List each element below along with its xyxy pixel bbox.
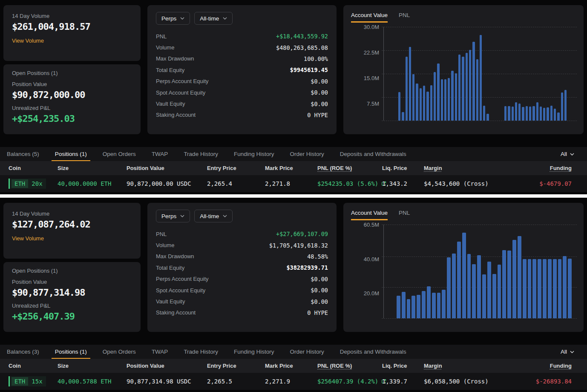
table-header: CoinSizePosition ValueEntry PriceMark Pr… [0, 359, 587, 373]
tab-trade-history[interactable]: Trade History [184, 345, 218, 359]
tab-funding-history[interactable]: Funding History [234, 147, 274, 161]
tab-funding-history[interactable]: Funding History [234, 345, 274, 359]
perps-dropdown[interactable]: Perps [156, 210, 190, 222]
grid-line [382, 121, 577, 121]
tab-twap[interactable]: TWAP [152, 147, 168, 161]
tab-positions-1[interactable]: Positions (1) [55, 345, 87, 359]
tab-balances-5[interactable]: Balances (5) [7, 147, 39, 161]
bar [444, 79, 446, 121]
pnl-value: $256407.39 (4.2%) [317, 378, 386, 385]
bar [416, 84, 418, 121]
pnl-cell: $254235.03 (5.6%) [317, 180, 382, 187]
tab-order-history[interactable]: Order History [290, 345, 324, 359]
stat-value: 100.00% [304, 55, 328, 62]
bar [553, 259, 557, 318]
chevron-down-icon [570, 153, 574, 156]
tab-order-history[interactable]: Order History [290, 147, 324, 161]
stat-label: Vault Equity [156, 101, 185, 107]
view-volume-link[interactable]: View Volume [12, 37, 44, 44]
header-margin[interactable]: Margin [424, 165, 522, 171]
stat-label: Perps Account Equity [156, 78, 209, 84]
all-filter-dropdown[interactable]: All [561, 345, 580, 359]
header-coin: Coin [9, 165, 58, 171]
stat-row: Max Drawdown100.00% [156, 53, 328, 64]
header-mark-price: Mark Price [265, 363, 317, 369]
plot-area [383, 225, 577, 318]
coin-badge: ETH20x [9, 179, 46, 189]
view-volume-link[interactable]: View Volume [12, 235, 44, 242]
y-axis-label: 60.5M [364, 222, 379, 228]
bar [420, 88, 422, 121]
header-pnl-roe[interactable]: PNL (ROE %) [317, 363, 382, 369]
bar [507, 251, 511, 318]
bar [508, 106, 510, 121]
funding-cell: $-26893.84 [536, 378, 572, 385]
chevron-down-icon [223, 17, 227, 20]
table-tabs-row: Balances (3)Positions (1)Open OrdersTWAP… [0, 345, 587, 359]
chart-tabs: Account ValuePNL [351, 12, 584, 23]
bar [554, 109, 556, 121]
section-divider [0, 194, 587, 198]
bar [548, 259, 552, 318]
bottom-account-panel: 14 Day Volume $127,087,264.02 View Volum… [0, 198, 587, 390]
timerange-dropdown[interactable]: All-time [194, 210, 233, 222]
stat-value: $0.00 [311, 101, 328, 107]
chart-tab-account-value[interactable]: Account Value [351, 12, 388, 23]
chart-tab-pnl[interactable]: PNL [399, 12, 410, 23]
stat-row: Max Drawdown48.58% [156, 251, 328, 262]
stat-value: $0.00 [311, 89, 328, 96]
stat-value: 48.58% [307, 253, 328, 260]
bars [384, 225, 577, 318]
header-funding[interactable]: Funding [550, 165, 572, 171]
all-filter-dropdown[interactable]: All [561, 147, 580, 161]
tab-trade-history[interactable]: Trade History [184, 147, 218, 161]
bar [558, 259, 562, 318]
table-section: Balances (3)Positions (1)Open OrdersTWAP… [0, 345, 587, 390]
tab-open-orders[interactable]: Open Orders [103, 147, 136, 161]
tab-positions-1[interactable]: Positions (1) [55, 147, 87, 161]
tab-deposits-and-withdrawals[interactable]: Deposits and Withdrawals [340, 147, 406, 161]
tab-twap[interactable]: TWAP [152, 345, 168, 359]
stat-label: Staking Account [156, 112, 196, 118]
bar [498, 265, 501, 318]
position-value-cell: 90,872,000.00 USDC [127, 180, 207, 187]
y-axis-label: 20.0M [364, 290, 379, 296]
stat-value: 0 HYPE [307, 112, 328, 118]
bar [561, 92, 563, 121]
header-funding[interactable]: Funding [550, 363, 572, 369]
tab-balances-3[interactable]: Balances (3) [7, 345, 39, 359]
open-positions-title: Open Positions (1) [12, 268, 132, 274]
bar [411, 296, 415, 318]
timerange-dropdown[interactable]: All-time [194, 12, 233, 25]
stats-card: Perps All-time PNL+$18,443,559.92Volume$… [147, 5, 337, 134]
stat-label: PNL [156, 231, 167, 237]
bar [402, 292, 406, 318]
bar [512, 240, 516, 318]
chart-tab-account-value[interactable]: Account Value [351, 210, 388, 220]
stat-row: Perps Account Equity$0.00 [156, 274, 328, 285]
stat-label: Total Equity [156, 265, 184, 271]
header-pnl-roe[interactable]: PNL (ROE %) [317, 165, 382, 171]
bar [457, 242, 461, 318]
all-filter-label: All [561, 349, 567, 355]
bar [487, 262, 491, 318]
bar [515, 102, 517, 121]
bar [532, 259, 536, 318]
pnl-value: $254235.03 (5.6%) [317, 180, 386, 187]
timerange-dropdown-label: All-time [200, 213, 219, 219]
pnl-cell: $256407.39 (4.2%) [317, 378, 382, 385]
bar [482, 274, 486, 318]
tab-deposits-and-withdrawals[interactable]: Deposits and Withdrawals [340, 345, 406, 359]
header-liq-price: Liq. Price [382, 363, 424, 369]
chart-tab-pnl[interactable]: PNL [399, 210, 410, 220]
stat-label: Max Drawdown [156, 253, 194, 259]
stat-row: Total Equity$38282939.71 [156, 262, 328, 273]
position-value: $90,877,314.98 [12, 287, 132, 298]
bar [426, 92, 429, 121]
perps-dropdown[interactable]: Perps [156, 12, 190, 25]
tab-open-orders[interactable]: Open Orders [103, 345, 136, 359]
volume-label: 14 Day Volume [12, 210, 132, 217]
header-margin[interactable]: Margin [424, 363, 522, 369]
header-size: Size [58, 165, 127, 171]
bar [397, 296, 400, 318]
